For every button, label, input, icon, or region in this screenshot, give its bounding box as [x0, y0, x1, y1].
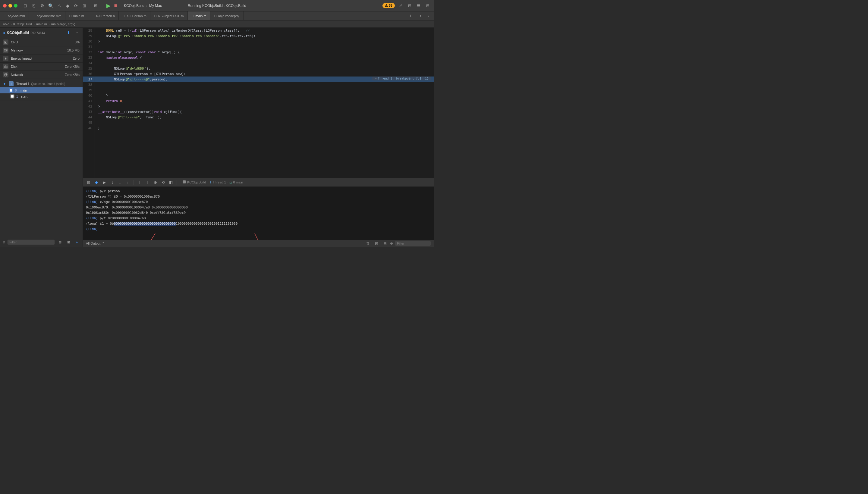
- console-output[interactable]: (lldb) p/x person (XJLPerson *) $0 = 0x0…: [83, 187, 434, 240]
- output-label: All Output: [86, 242, 100, 245]
- layout3-btn[interactable]: ⊞: [424, 2, 431, 9]
- step-over-btn[interactable]: ⤵: [109, 179, 115, 186]
- grid-btn[interactable]: ⊞: [81, 2, 88, 9]
- sidebar-toggle-btn[interactable]: ⊟: [22, 2, 29, 9]
- console-filter-input[interactable]: [395, 241, 431, 246]
- maximize-button[interactable]: [14, 4, 17, 7]
- debug-bc-2[interactable]: Thread 1: [213, 180, 226, 184]
- continue-btn[interactable]: ▶: [101, 179, 108, 186]
- split-btn[interactable]: ⊟: [406, 2, 413, 9]
- tab-icon: ◻: [214, 14, 217, 18]
- revision-btn[interactable]: ⟳: [73, 2, 79, 9]
- settings-btn[interactable]: ⚙: [39, 2, 45, 9]
- breadcrumb-part-2[interactable]: KCObjcBuild: [13, 22, 32, 26]
- step-out-btn[interactable]: ↑: [125, 179, 131, 186]
- sidebar-filter-input[interactable]: [7, 240, 55, 245]
- output-selector[interactable]: All Output ⌃: [86, 242, 105, 246]
- sidebar-item-network[interactable]: Network Zero KB/s: [0, 71, 82, 79]
- code-line-29: NSLog(@" re5 :%hhd\n re6 :%hhd\n re7 :%h…: [95, 33, 434, 39]
- console-toggle-btn[interactable]: ⊟: [85, 179, 92, 186]
- debug-bc-frame-icon: ◻: [229, 181, 232, 184]
- console-annotations: isa的高位没有数据 最定位为0，表示纯 isa: [86, 233, 431, 240]
- main-layout: ● KCObjcBuild PID 73643 ℹ ⋯ CPU 0%: [0, 28, 434, 247]
- console-panel: (lldb) p/x person (XJLPerson *) $0 = 0x0…: [83, 187, 434, 247]
- search-btn[interactable]: 🔍: [47, 2, 54, 9]
- frame-nav-btn[interactable]: ⟦: [136, 179, 143, 186]
- sidebar-options-btn[interactable]: ⋯: [73, 30, 79, 36]
- svg-rect-2: [4, 50, 7, 51]
- thread-queue: Queue: co...hread (serial): [31, 82, 65, 86]
- sidebar-add-btn[interactable]: +: [74, 239, 80, 246]
- thread-frame-1[interactable]: 1 start: [3, 93, 79, 99]
- tab-objc-runtime[interactable]: ◻ objc-runtime.mm: [29, 12, 66, 20]
- sidebar-item-cpu[interactable]: CPU 0%: [0, 38, 82, 46]
- nav-back[interactable]: ‹: [417, 13, 424, 19]
- editor-area: 28 29 30 31 32 33 34 35 36 37 38 39 40 4…: [83, 28, 434, 247]
- code-line-37: NSLog(@"xjl----%@",person); ≡ Thread 1: …: [95, 77, 434, 82]
- breadcrumb-part-1[interactable]: objc: [3, 22, 9, 26]
- tab-main-active[interactable]: ◻ main.m: [188, 12, 210, 20]
- trash-btn[interactable]: 🗑: [365, 240, 371, 247]
- scheme-selector[interactable]: ⊞: [92, 2, 99, 9]
- render-btn[interactable]: ◧: [168, 179, 174, 186]
- breadcrumb-part-4[interactable]: main(argc, argv): [51, 22, 75, 26]
- sidebar-layout-btn[interactable]: ⊟: [57, 239, 63, 246]
- code-container[interactable]: 28 29 30 31 32 33 34 35 36 37 38 39 40 4…: [83, 28, 434, 178]
- console-highlighted: 0000000000000000000000000000000: [114, 222, 176, 226]
- debug-bc-3[interactable]: 0 main: [233, 180, 243, 184]
- simulate-btn[interactable]: ⟲: [160, 179, 166, 186]
- tab-icon: ◻: [4, 14, 6, 18]
- close-button[interactable]: [3, 4, 7, 7]
- new-file-btn[interactable]: ⎘: [31, 2, 37, 9]
- tabbar: ◻ objc-os.mm ◻ objc-runtime.mm ◻ main.m …: [0, 12, 434, 20]
- tab-xjlperson-m[interactable]: ◻ XJLPerson.m: [119, 12, 150, 20]
- warning-btn[interactable]: ⚠: [56, 2, 62, 9]
- step-in-btn[interactable]: ↓: [117, 179, 123, 186]
- warning-badge[interactable]: ⚠ 35: [383, 3, 395, 8]
- sidebar-layout2-btn[interactable]: ⊞: [65, 239, 72, 246]
- breadcrumb-part-3[interactable]: main.m: [36, 22, 47, 26]
- sidebar-item-disk[interactable]: Disk Zero KB/s: [0, 63, 82, 71]
- thread-header[interactable]: ▼ T Thread 1 Queue: co...hread (serial): [3, 80, 79, 87]
- tab-xjlperson-h[interactable]: ◻ XJLPerson.h: [88, 12, 119, 20]
- bookmark-btn[interactable]: ◆: [64, 2, 71, 9]
- tab-nsobject[interactable]: ◻ NSObject+XJL.m: [150, 12, 188, 20]
- thread-btn[interactable]: ⟧: [144, 179, 151, 186]
- tab-objc-os[interactable]: ◻ objc-os.mm: [0, 12, 29, 20]
- sidebar-item-energy[interactable]: Energy Impact Zero: [0, 55, 82, 63]
- code-line-32: int main(int argc, const char * argv[]) …: [95, 50, 434, 55]
- code-line-30: }: [95, 39, 434, 44]
- thread-annotation: ≡ Thread 1: breakpoint 7.1 (1): [372, 77, 431, 80]
- line-num-35: 35: [83, 66, 95, 71]
- frame-icon-0: [9, 88, 13, 93]
- code-line-38: [95, 82, 434, 87]
- stop-button[interactable]: ■: [112, 2, 119, 10]
- code-content[interactable]: BOOL re8 = [(id)[LGPerson alloc] isMembe…: [95, 28, 434, 178]
- expand-btn[interactable]: ⤢: [397, 2, 404, 9]
- frame-name-0: main: [20, 89, 27, 92]
- disk-label: Disk: [11, 65, 17, 69]
- tab-add-button[interactable]: +: [406, 13, 415, 19]
- tab-xcodeproj[interactable]: ◻ objc.xcodeproj: [210, 12, 243, 20]
- thread-frame-0[interactable]: 0 main: [0, 87, 82, 93]
- layout-btn-2[interactable]: ⊞: [382, 240, 388, 247]
- thread-name: Thread 1: [16, 82, 30, 86]
- svg-rect-14: [183, 180, 186, 184]
- layout-btn[interactable]: ⊞: [92, 2, 99, 9]
- network-label: Network: [11, 73, 23, 77]
- breakpoint-btn[interactable]: ◆: [93, 179, 100, 186]
- tab-main-1[interactable]: ◻ main.m: [66, 12, 88, 20]
- line-num-45: 45: [83, 120, 95, 125]
- filter-icon: ⊕: [2, 240, 5, 244]
- sidebar-info-btn[interactable]: ℹ: [65, 30, 72, 36]
- queue-btn[interactable]: ⊕: [152, 179, 159, 186]
- nav-forward[interactable]: ›: [425, 13, 431, 19]
- minimize-button[interactable]: [8, 4, 12, 7]
- sidebar-item-memory[interactable]: Memory 10.5 MB: [0, 46, 82, 55]
- layout2-btn[interactable]: ☰: [415, 2, 422, 9]
- debug-bc-1[interactable]: KCObjcBuild: [187, 180, 206, 184]
- frame-name-1: start: [21, 95, 27, 98]
- svg-line-17: [255, 233, 262, 240]
- run-button[interactable]: ▶: [105, 2, 112, 10]
- layout-btn-1[interactable]: ⊟: [373, 240, 380, 247]
